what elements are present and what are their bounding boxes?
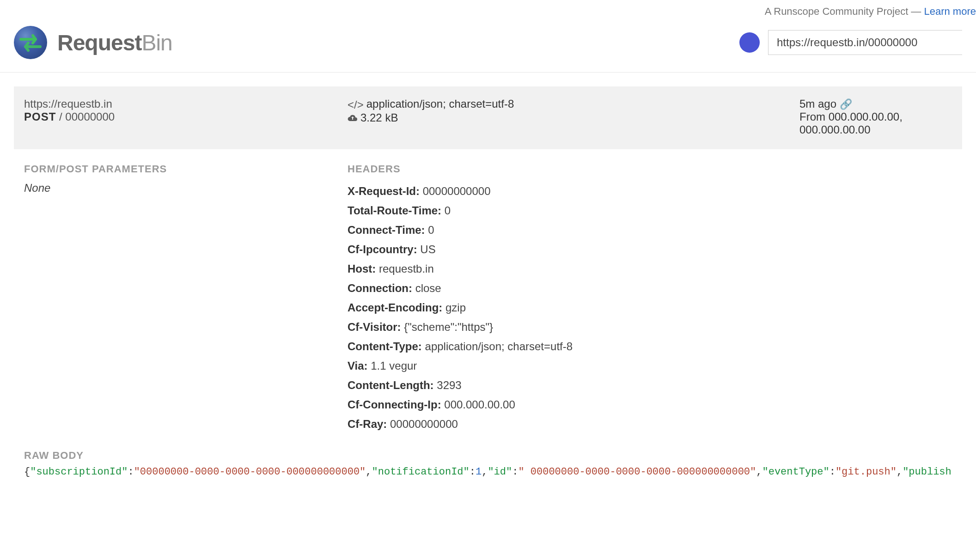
headers-list: X-Request-Id: 00000000000Total-Route-Tim… [348, 182, 799, 434]
header-key: Cf-Ipcountry: [348, 243, 420, 256]
header-value: 1.1 vegur [371, 359, 417, 372]
header-row: Via: 1.1 vegur [348, 356, 799, 376]
header-key: Cf-Ray: [348, 418, 390, 430]
header-row: Cf-Connecting-Ip: 000.000.00.00 [348, 395, 799, 414]
header-key: Connection: [348, 282, 415, 294]
header: RequestBin [0, 18, 976, 73]
header-key: Accept-Encoding: [348, 301, 445, 314]
json-token: "id" [488, 466, 512, 478]
header-key: Content-Length: [348, 379, 437, 391]
json-token: : [470, 466, 476, 478]
request-method: POST [24, 110, 56, 123]
header-key: Cf-Visitor: [348, 321, 404, 333]
header-row: Accept-Encoding: gzip [348, 298, 799, 317]
json-token: { [24, 466, 30, 478]
header-row: Connection: close [348, 279, 799, 298]
header-row: Content-Type: application/json; charset=… [348, 337, 799, 356]
request-content-type: application/json; charset=utf-8 [366, 97, 514, 110]
header-row: Cf-Ipcountry: US [348, 240, 799, 259]
header-value: US [420, 243, 435, 256]
header-row: Content-Length: 3293 [348, 376, 799, 395]
header-row: Connect-Time: 0 [348, 220, 799, 240]
header-value: 00000000000 [423, 185, 491, 197]
details-row: FORM/POST PARAMETERS None HEADERS X-Requ… [14, 149, 962, 438]
header-value: 3293 [437, 379, 461, 391]
json-token: : [512, 466, 518, 478]
json-token: "00000000-0000-0000-0000-000000000000" [134, 466, 366, 478]
request-size: 3.22 kB [360, 111, 398, 124]
brand-title: RequestBin [57, 30, 172, 55]
json-token: , [756, 466, 762, 478]
header-row: Cf-Ray: 00000000000 [348, 414, 799, 434]
community-banner: A Runscope Community Project — Learn mor… [0, 0, 976, 18]
code-icon: </> [348, 98, 364, 111]
json-token: "subscriptionId" [30, 466, 128, 478]
permalink-icon[interactable]: 🔗 [840, 98, 852, 110]
header-key: X-Request-Id: [348, 185, 423, 197]
header-row: Host: requestb.in [348, 259, 799, 279]
status-dot-icon [739, 32, 760, 53]
cloud-upload-icon [348, 112, 358, 125]
header-key: Total-Route-Time: [348, 204, 445, 217]
json-token: 1 [476, 466, 482, 478]
request-time: 5m ago [799, 97, 836, 110]
json-token: , [482, 466, 488, 478]
header-value: requestb.in [379, 262, 434, 275]
json-token: " 00000000-0000-0000-0000-000000000000" [518, 466, 756, 478]
bin-url-wrap [739, 30, 962, 55]
header-key: Host: [348, 262, 379, 275]
header-row: X-Request-Id: 00000000000 [348, 182, 799, 201]
header-key: Cf-Connecting-Ip: [348, 398, 444, 411]
header-value: close [415, 282, 441, 294]
header-value: 0 [428, 224, 434, 236]
header-value: application/json; charset=utf-8 [425, 340, 573, 353]
json-token: "notificationId" [372, 466, 470, 478]
json-token: "eventType" [762, 466, 829, 478]
header-key: Content-Type: [348, 340, 425, 353]
learn-more-link[interactable]: Learn more [924, 6, 976, 17]
json-token: , [366, 466, 372, 478]
form-params-title: FORM/POST PARAMETERS [24, 163, 348, 175]
from-label: From [799, 110, 825, 123]
raw-body[interactable]: {"subscriptionId":"00000000-0000-0000-00… [24, 466, 952, 482]
header-key: Via: [348, 359, 371, 372]
json-token: "publisherId" [903, 466, 952, 478]
header-value: 0 [445, 204, 451, 217]
json-token: , [897, 466, 903, 478]
raw-body-title: RAW BODY [14, 438, 962, 466]
header-row: Total-Route-Time: 0 [348, 201, 799, 220]
header-value: {"scheme":"https"} [404, 321, 493, 333]
json-token: : [128, 466, 134, 478]
header-value: 000.000.00.00 [444, 398, 515, 411]
json-token: : [830, 466, 836, 478]
form-params-none: None [24, 182, 348, 195]
json-token: "git.push" [836, 466, 897, 478]
community-banner-text: A Runscope Community Project — [765, 6, 924, 17]
request-host: https://requestb.in [24, 97, 348, 110]
logo-icon [14, 26, 47, 59]
header-value: 00000000000 [390, 418, 458, 430]
headers-title: HEADERS [348, 163, 799, 175]
brand-title-bold: Request [57, 30, 141, 55]
brand[interactable]: RequestBin [14, 26, 172, 59]
header-value: gzip [445, 301, 466, 314]
request-summary: https://requestb.in POST / 00000000 </>a… [14, 86, 962, 149]
request-path: / 00000000 [59, 110, 115, 123]
request-panel: https://requestb.in POST / 00000000 </>a… [14, 86, 962, 482]
bin-url-input[interactable] [768, 30, 962, 55]
header-row: Cf-Visitor: {"scheme":"https"} [348, 317, 799, 337]
brand-title-light: Bin [141, 30, 172, 55]
header-key: Connect-Time: [348, 224, 428, 236]
